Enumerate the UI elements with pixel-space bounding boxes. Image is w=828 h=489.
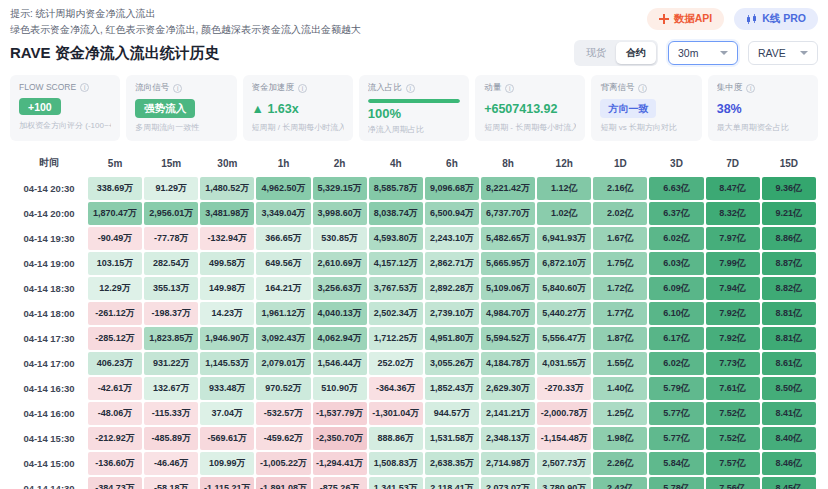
col-header-time: 时间 [12, 150, 86, 175]
flow-cell: -90.49万 [88, 227, 142, 250]
flow-cell: 8.87亿 [762, 252, 816, 275]
table-row: 04-14 18:3012.29万355.13万149.98万164.21万3,… [12, 277, 816, 300]
flow-cell: 6,500.94万 [425, 202, 479, 225]
flow-cell: 499.58万 [200, 252, 254, 275]
flow-cell: -77.78万 [144, 227, 198, 250]
flow-cell: 933.48万 [200, 377, 254, 400]
info-icon[interactable]: i [638, 84, 647, 93]
data-api-button[interactable]: 数据API [647, 8, 725, 30]
flow-cell: 5,109.06万 [481, 277, 535, 300]
symbol-select[interactable]: RAVE [748, 41, 818, 65]
table-body: 04-14 20:30338.69万91.29万1,480.52万4,962.5… [12, 177, 816, 489]
flow-cell: 7.94亿 [706, 277, 760, 300]
flow-cell: 6.17亿 [649, 327, 703, 350]
flow-cell: 8.41亿 [762, 402, 816, 425]
info-icon[interactable]: i [505, 84, 514, 93]
flow-cell: 1,712.25万 [369, 327, 423, 350]
card-value: 38% [717, 102, 742, 116]
interval-select[interactable]: 30m [668, 41, 738, 65]
table-row: 04-14 19:00103.15万282.54万499.58万649.56万2… [12, 252, 816, 275]
flow-cell: 8.45亿 [762, 477, 816, 489]
flow-cell: 3,092.43万 [256, 327, 310, 350]
row-time: 04-14 18:00 [12, 302, 86, 325]
row-time: 04-14 16:30 [12, 377, 86, 400]
card-title: 背离信号i [600, 82, 692, 94]
card-title-label: 背离信号 [600, 82, 634, 94]
flow-cell: -364.36万 [369, 377, 423, 400]
flow-cell: 5.84亿 [649, 452, 703, 475]
table-row: 04-14 15:30-212.92万-485.89万-569.61万-459.… [12, 427, 816, 450]
flow-cell: -48.06万 [88, 402, 142, 425]
flow-cell: 2,079.01万 [256, 352, 310, 375]
market-type-toggle[interactable]: 现货合约 [574, 40, 658, 66]
flow-cell: 4,031.55万 [537, 352, 591, 375]
flow-cell: 6,872.10万 [537, 252, 591, 275]
flow-cell: -485.89万 [144, 427, 198, 450]
flow-cell: 2,073.07万 [481, 477, 535, 489]
flow-cell: 6.02亿 [649, 352, 703, 375]
flow-cell: 132.67万 [144, 377, 198, 400]
flow-cell: -384.73万 [88, 477, 142, 489]
flow-cell: 7.97亿 [706, 227, 760, 250]
col-header-7D: 7D [706, 150, 760, 175]
info-icon[interactable]: i [746, 84, 755, 93]
flow-cell: 5,594.52万 [481, 327, 535, 350]
info-icon[interactable]: i [298, 84, 307, 93]
flow-cell: 3,998.60万 [313, 202, 367, 225]
col-header-15D: 15D [762, 150, 816, 175]
info-icon[interactable]: i [173, 84, 182, 93]
flow-cell: 8.82亿 [762, 277, 816, 300]
flow-cell: -285.12万 [88, 327, 142, 350]
market-option-现货[interactable]: 现货 [576, 42, 616, 64]
col-header-12h: 12h [537, 150, 591, 175]
flow-cell: 8.32亿 [706, 202, 760, 225]
card-subtitle: 净流入周期占比 [368, 124, 460, 135]
market-option-合约[interactable]: 合约 [616, 42, 656, 64]
flow-cell: 7.99亿 [706, 252, 760, 275]
page-title: RAVE 资金净流入流出统计历史 [10, 44, 220, 63]
flow-cell: 4,962.50万 [256, 177, 310, 200]
flow-cell: 8.46亿 [762, 452, 816, 475]
flow-cell: 7.92亿 [706, 327, 760, 350]
flow-cell: 6.09亿 [649, 277, 703, 300]
card-title-label: FLOW SCORE [19, 82, 76, 92]
flow-cell: 1,508.83万 [369, 452, 423, 475]
flow-cell: -42.61万 [88, 377, 142, 400]
flow-cell: 1,870.47万 [88, 202, 142, 225]
table-row: 04-14 16:30-42.61万132.67万933.48万970.52万5… [12, 377, 816, 400]
col-header-5m: 5m [88, 150, 142, 175]
stat-card-2: 资金加速度i▲ 1.63x短周期 / 长周期每小时流入率之比 [243, 75, 353, 141]
flow-cell: 282.54万 [144, 252, 198, 275]
flow-cell: 2,956.01万 [144, 202, 198, 225]
flow-cell: 6,941.93万 [537, 227, 591, 250]
table-row: 04-14 17:30-285.12万1,823.85万1,946.90万3,0… [12, 327, 816, 350]
kline-pro-button[interactable]: K线 PRO [734, 8, 818, 30]
flow-cell: -1,301.04万 [369, 402, 423, 425]
flow-cell: 164.21万 [256, 277, 310, 300]
table-row: 04-14 20:30338.69万91.29万1,480.52万4,962.5… [12, 177, 816, 200]
col-header-15m: 15m [144, 150, 198, 175]
flow-cell: -569.61万 [200, 427, 254, 450]
flow-cell: 2,507.73万 [537, 452, 591, 475]
flow-cell: 2,739.10万 [425, 302, 479, 325]
flow-cell: 8.47亿 [706, 177, 760, 200]
flow-cell: 6.03亿 [649, 252, 703, 275]
flow-cell: 2,714.98万 [481, 452, 535, 475]
stat-card-4: 动量i+6507413.92短周期 - 长周期每小时流入率 [475, 75, 585, 141]
flow-cell: 4,984.70万 [481, 302, 535, 325]
kline-pro-label: K线 PRO [762, 12, 806, 26]
flow-cell: 1,961.12万 [256, 302, 310, 325]
card-title: 动量i [484, 82, 576, 94]
flow-cell: 1,823.85万 [144, 327, 198, 350]
flow-cell: 1,480.52万 [200, 177, 254, 200]
info-icon[interactable]: i [406, 84, 415, 93]
flow-cell: 5.79亿 [649, 377, 703, 400]
flow-cell: 2,629.30万 [481, 377, 535, 400]
flow-cell: -1,294.41万 [313, 452, 367, 475]
flow-cell: 355.13万 [144, 277, 198, 300]
info-icon[interactable]: i [80, 83, 89, 92]
flow-cell: -2,000.78万 [537, 402, 591, 425]
card-title: 资金加速度i [252, 82, 344, 94]
flow-cell: 7.92亿 [706, 302, 760, 325]
chevron-down-icon [720, 51, 728, 55]
